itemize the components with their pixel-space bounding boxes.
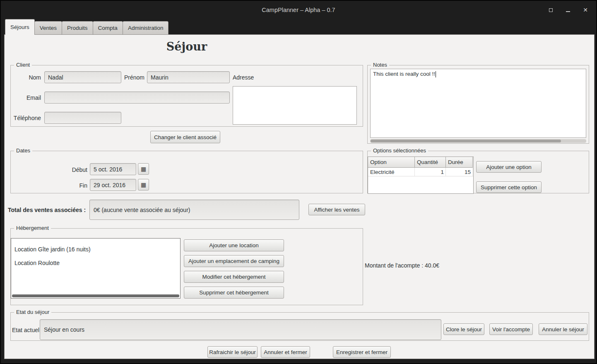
add-location-button[interactable]: Ajouter une location [184,239,284,251]
notes-horizontal-scrollbar[interactable] [370,139,586,143]
tab-ventes[interactable]: Ventes [34,21,62,35]
cancel-stay-button[interactable]: Annuler le séjour [539,323,587,335]
maximize-icon [549,8,553,12]
fin-date-field[interactable] [90,179,136,191]
hebergement-list: Location Gîte jardin (16 nuits) Location… [11,238,181,299]
adresse-label: Adresse [233,74,254,81]
app-window: CampPlanner – Alpha – 0.7 ✕ Séjours Vent… [0,0,597,364]
notes-legend: Notes [371,62,389,68]
etat-groupbox: Etat du séjour Etat actuel Séjour en cou… [10,312,589,341]
options-groupbox: Options sélectionnées Option Quantité Du… [367,151,589,193]
debut-calendar-button[interactable]: ▦ [138,163,149,175]
client-legend: Client [14,62,32,68]
prenom-label: Prénom [115,74,144,81]
fin-calendar-button[interactable]: ▦ [138,179,149,190]
options-legend: Options sélectionnées [371,147,428,154]
tab-compta[interactable]: Compta [93,21,123,35]
cell-quantite: 1 [415,168,446,176]
options-table: Option Quantité Durée Electricité 1 15 [368,157,474,194]
cancel-close-button[interactable]: Annuler et fermer [261,346,310,358]
notes-text: This client is really cool !! [373,71,435,77]
debut-date-field[interactable] [90,163,136,175]
calendar-icon: ▦ [141,182,146,188]
email-label: Email [11,94,41,101]
nom-label: Nom [11,74,41,81]
tab-sejours[interactable]: Séjours [5,19,35,35]
cell-option: Electricité [368,168,415,176]
nom-field[interactable] [44,71,121,83]
titlebar: CampPlanner – Alpha – 0.7 [1,1,596,19]
tab-administration[interactable]: Administration [123,21,169,35]
table-row[interactable]: Electricité 1 15 [368,168,473,176]
show-ventes-button[interactable]: Afficher les ventes [308,204,365,215]
etat-legend: Etat du séjour [14,309,51,315]
tab-produits[interactable]: Produits [62,21,93,35]
acompte-amount-text: Montant de l'acompte : 40.0€ [365,262,439,269]
tab-bar: Séjours Ventes Produits Compta Administr… [5,19,169,35]
delete-accommodation-button[interactable]: Supprimer cet hébergement [184,287,284,299]
close-button[interactable]: ✕ [582,7,589,13]
list-item[interactable]: Location Gîte jardin (16 nuits) [11,242,180,256]
view-deposit-button[interactable]: Voir l'accompte [489,323,533,335]
save-close-button[interactable]: Enregistrer et fermer [333,346,391,358]
adresse-textarea[interactable] [233,86,357,125]
dates-groupbox: Dates Début ▦ Fin ▦ [10,151,363,193]
telephone-field[interactable] [44,112,121,124]
prenom-field[interactable] [147,71,230,83]
list-item[interactable]: Location Roulotte [11,256,180,270]
page-title: Séjour [10,40,363,53]
maximize-button[interactable] [547,7,554,13]
notes-groupbox: Notes This client is really cool !! [367,65,589,144]
fin-label: Fin [11,182,87,189]
etat-actuel-field: Séjour en cours [40,319,441,340]
close-stay-button[interactable]: Clore le séjour [443,323,484,335]
hebergement-legend: Hébergement [14,225,51,231]
minimize-button[interactable] [565,7,571,13]
total-ventes-field: 0€ (aucune vente associée au séjour) [89,200,299,220]
dates-legend: Dates [14,147,32,154]
cell-duree: 15 [446,168,473,176]
email-field[interactable] [44,92,230,104]
add-campsite-button[interactable]: Ajouter un emplacement de camping [184,255,284,267]
debut-label: Début [11,166,87,173]
column-header-quantite[interactable]: Quantité [415,157,446,168]
options-table-header: Option Quantité Durée [368,157,473,168]
total-ventes-label: Total des ventes associées : [8,207,86,213]
window-controls: ✕ [547,1,589,19]
calendar-icon: ▦ [141,166,146,172]
list-horizontal-scrollbar[interactable] [12,294,179,297]
close-icon: ✕ [583,7,588,13]
etat-actuel-label: Etat actuel [12,327,39,333]
remove-option-button[interactable]: Supprimer cette option [476,181,542,193]
text-cursor [436,71,436,77]
notes-textarea[interactable]: This client is really cool !! [370,69,586,138]
window-title: CampPlanner – Alpha – 0.7 [262,7,335,13]
refresh-stay-button[interactable]: Rafraichir le séjour [207,346,258,358]
client-groupbox: Client Nom Prénom Adresse Email Téléphon… [10,65,363,127]
add-option-button[interactable]: Ajouter une option [476,161,542,173]
column-header-duree[interactable]: Durée [446,157,473,168]
change-client-button[interactable]: Changer le client associé [150,131,220,143]
telephone-label: Téléphone [11,115,41,121]
main-panel: Séjour Client Nom Prénom Adresse Email T… [4,34,595,359]
edit-accommodation-button[interactable]: Modifier cet hébergement [184,271,284,283]
notes-scrollbar-thumb[interactable] [371,140,561,142]
column-header-option[interactable]: Option [368,157,415,168]
minimize-icon [566,11,570,12]
hebergement-groupbox: Hébergement Location Gîte jardin (16 nui… [10,228,363,305]
